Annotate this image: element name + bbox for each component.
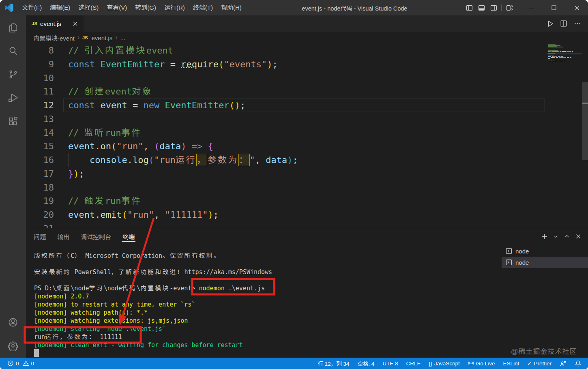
editor-scrollbar[interactable] <box>582 44 588 228</box>
indentation[interactable]: 空格: 4 <box>353 358 378 369</box>
maximize-panel-icon[interactable] <box>562 232 572 241</box>
terminal-line: [nodemon] to restart at any time, enter … <box>34 300 499 309</box>
error-count: 0 <box>16 360 19 367</box>
scrollbar-slider[interactable] <box>582 82 588 160</box>
line-number: 21 <box>26 222 54 228</box>
panel-body: 版权所有（C） Microsoft Corporation。保留所有权利。安装最… <box>26 245 588 358</box>
minimap-line <box>548 58 550 58</box>
eslint-status[interactable]: ESLint <box>499 358 523 369</box>
line-number: 19 <box>26 194 54 208</box>
code-editor[interactable]: 8// 引入内置模块event9const EventEmitter = req… <box>26 44 588 228</box>
code-line-11[interactable]: 11// 创建event对象 <box>26 85 588 99</box>
prettier-status[interactable]: ✓Prettier <box>523 358 556 369</box>
code-line-21[interactable]: 21 <box>26 222 588 228</box>
customize-layout-icon[interactable] <box>504 2 515 13</box>
minimap-line <box>548 51 573 51</box>
problems-status[interactable]: 0 0 <box>5 358 36 369</box>
error-icon <box>7 360 14 367</box>
editor-region: JS event.js <box>26 15 588 358</box>
menu-item[interactable]: 终端(T) <box>189 2 217 13</box>
account-icon[interactable] <box>0 311 26 334</box>
menu-item[interactable]: 转到(G) <box>131 2 160 13</box>
menu-bar: 文件(F)编辑(E)选择(S)查看(V)转到(G)运行(R)终端(T)帮助(H) <box>18 0 246 15</box>
tab-event-js[interactable]: JS event.js <box>26 15 84 32</box>
code-line-14[interactable]: 14// 监听run事件 <box>26 126 588 140</box>
window-controls <box>520 0 588 15</box>
close-window-icon[interactable] <box>565 0 588 15</box>
line-number: 9 <box>26 58 54 71</box>
tab-bar: JS event.js <box>26 15 588 32</box>
code-text: // 创建event对象 <box>68 85 152 99</box>
code-line-20[interactable]: 20event.emit("run", "111111"); <box>26 208 588 222</box>
explorer-icon[interactable] <box>0 15 26 39</box>
scrollbar-cursor-marker <box>582 103 588 104</box>
panel-tab-调试控制台[interactable]: 调试控制台 <box>81 228 111 245</box>
more-actions-icon[interactable] <box>573 19 582 28</box>
code-line-17[interactable]: 17}); <box>26 167 588 181</box>
cursor-position[interactable]: 行 12，列 34 <box>313 358 353 369</box>
settings-gear-icon[interactable] <box>0 334 26 358</box>
code-line-9[interactable]: 9const EventEmitter = require("events"); <box>26 58 588 71</box>
close-panel-icon[interactable] <box>573 232 583 241</box>
toggle-secondary-sidebar-icon[interactable] <box>488 2 499 13</box>
line-number: 11 <box>26 85 54 99</box>
breadcrumb-chevron-icon: › <box>76 34 81 42</box>
terminal-line: [nodemon] 2.0.7 <box>34 292 499 300</box>
code-line-18[interactable]: 18 <box>26 181 588 195</box>
breadcrumb-symbol[interactable]: ... <box>120 34 126 41</box>
panel-header: 问题输出调试控制台终端 <box>26 228 588 245</box>
new-terminal-icon[interactable] <box>539 232 549 241</box>
layout-controls <box>464 2 515 13</box>
menu-item[interactable]: 文件(F) <box>18 2 46 13</box>
code-line-10[interactable]: 10 <box>26 71 588 85</box>
menu-item[interactable]: 帮助(H) <box>217 2 246 13</box>
menu-item[interactable]: 查看(V) <box>103 2 131 13</box>
go-live[interactable]: Go Live <box>464 358 499 369</box>
toggle-sidebar-icon[interactable] <box>464 2 475 13</box>
breadcrumb-js-icon: JS <box>82 35 88 40</box>
code-line-15[interactable]: 15event.on("run", (data) => { <box>26 139 588 153</box>
terminal-list-item[interactable]: node <box>502 245 588 257</box>
notifications-bell-icon[interactable] <box>571 358 582 369</box>
extensions-icon[interactable] <box>0 109 26 133</box>
code-line-8[interactable]: 8// 引入内置模块event <box>26 44 588 58</box>
menu-item[interactable]: 运行(R) <box>160 2 189 13</box>
menu-item[interactable]: 编辑(E) <box>46 2 74 13</box>
minimap-line <box>548 47 563 47</box>
encoding[interactable]: UTF-8 <box>378 358 402 369</box>
code-line-13[interactable]: 13 <box>26 112 588 126</box>
feedback-icon[interactable] <box>556 358 571 369</box>
split-editor-icon[interactable] <box>559 19 569 28</box>
tab-close-icon[interactable] <box>71 19 79 28</box>
panel-tabs: 问题输出调试控制台终端 <box>28 228 140 245</box>
line-number: 17 <box>26 167 54 181</box>
run-and-debug-icon[interactable] <box>0 86 26 109</box>
code-line-12[interactable]: 12const event = new EventEmitter(); <box>26 99 588 112</box>
menu-item[interactable]: 选择(S) <box>74 2 103 13</box>
terminal-line: [nodemon] watching path(s): *.* <box>34 309 499 317</box>
toggle-panel-icon[interactable] <box>476 2 487 13</box>
maximize-icon[interactable] <box>543 0 565 15</box>
breadcrumb-file[interactable]: event.js <box>92 34 113 41</box>
code-line-19[interactable]: 19// 触发run事件 <box>26 194 588 208</box>
warning-count: 0 <box>31 360 34 367</box>
minimap[interactable] <box>547 44 582 228</box>
braces-icon: {} <box>429 360 432 367</box>
language-mode[interactable]: {}JavaScript <box>425 358 464 369</box>
line-number: 16 <box>26 153 54 167</box>
run-code-icon[interactable] <box>545 19 555 28</box>
terminal-list-item[interactable]: node <box>502 257 588 268</box>
terminal-output[interactable]: 版权所有（C） Microsoft Corporation。保留所有权利。安装最… <box>34 252 499 358</box>
panel-actions <box>539 232 588 241</box>
terminal-dropdown-icon[interactable] <box>551 232 560 241</box>
source-control-icon[interactable] <box>0 62 26 86</box>
minimize-icon[interactable] <box>520 0 543 15</box>
panel-tab-问题[interactable]: 问题 <box>34 228 46 245</box>
eol-sequence[interactable]: CRLF <box>402 358 425 369</box>
breadcrumb-folder[interactable]: 内置模块-event <box>33 34 75 42</box>
search-icon[interactable] <box>0 39 26 62</box>
minimap-line <box>548 57 571 58</box>
code-line-16[interactable]: 16 console.log("run运行，参数为：", data); <box>26 153 588 167</box>
panel-tab-终端[interactable]: 终端 <box>122 228 135 245</box>
panel-tab-输出[interactable]: 输出 <box>57 228 69 245</box>
